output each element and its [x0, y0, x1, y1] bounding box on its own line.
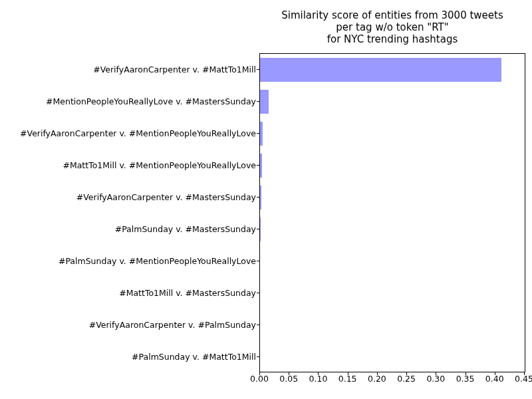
y-tick-mark [257, 356, 260, 357]
x-axis-tick-label: 0.40 [485, 374, 504, 384]
y-axis-label: #VerifyAaronCarpenter v. #MentionPeopleY… [3, 128, 256, 138]
y-tick-mark [257, 261, 260, 261]
bar [260, 58, 501, 82]
chart-title-line3: for NYC trending hashtags [259, 33, 525, 46]
y-tick-mark [257, 325, 260, 325]
x-axis-tick-label: 0.25 [397, 374, 416, 384]
x-axis-tick-label: 0.35 [456, 374, 475, 384]
y-tick-mark [257, 165, 260, 166]
x-axis-tick-label: 0.20 [368, 374, 386, 384]
x-tick-mark [436, 372, 436, 375]
x-tick-mark [524, 372, 525, 375]
x-tick-mark [348, 372, 348, 375]
y-axis-label: #PalmSunday v. #MentionPeopleYouReallyLo… [3, 256, 256, 266]
x-axis-tick-label: 0.15 [338, 374, 357, 384]
x-axis-tick-label: 0.00 [250, 374, 269, 384]
bar [260, 154, 262, 178]
y-tick-mark [257, 229, 260, 229]
y-tick-mark [257, 69, 260, 70]
y-axis-label: #PalmSunday v. #MastersSunday [3, 224, 256, 234]
y-axis-label: #PalmSunday v. #MattTo1Mill [3, 352, 256, 362]
chart-title-line1: Similarity score of entities from 3000 t… [259, 9, 525, 22]
x-tick-mark [406, 372, 407, 375]
x-axis-tick-label: 0.30 [426, 374, 445, 384]
y-axis-label: #MentionPeopleYouReallyLove v. #MastersS… [3, 96, 256, 106]
y-tick-mark [257, 101, 260, 102]
x-axis-tick-label: 0.05 [279, 374, 298, 384]
chart-title-line2: per tag w/o token "RT" [259, 21, 525, 34]
bar [260, 90, 269, 114]
x-tick-mark [318, 372, 319, 375]
bar [260, 186, 261, 209]
y-axis-label: #VerifyAaronCarpenter v. #MastersSunday [3, 192, 256, 202]
x-tick-mark [259, 372, 260, 375]
y-axis-label: #VerifyAaronCarpenter v. #PalmSunday [3, 320, 256, 330]
y-tick-mark [257, 197, 260, 198]
x-axis-tick-label: 0.45 [515, 374, 532, 384]
plot-area [259, 53, 525, 372]
y-axis-label: #MattTo1Mill v. #MentionPeopleYouReallyL… [3, 160, 256, 170]
x-tick-mark [377, 372, 378, 375]
bar [260, 217, 261, 241]
x-axis-tick-label: 0.10 [309, 374, 328, 384]
y-tick-mark [257, 133, 260, 134]
x-tick-mark [495, 372, 495, 375]
x-tick-mark [466, 372, 466, 375]
y-tick-mark [257, 293, 260, 293]
y-axis-label: #MattTo1Mill v. #MastersSunday [3, 288, 256, 298]
y-axis-label: #VerifyAaronCarpenter v. #MattTo1Mill [3, 65, 256, 74]
x-tick-mark [289, 372, 289, 375]
chart-container: Similarity score of entities from 3000 t… [0, 0, 532, 399]
bar [260, 122, 263, 146]
